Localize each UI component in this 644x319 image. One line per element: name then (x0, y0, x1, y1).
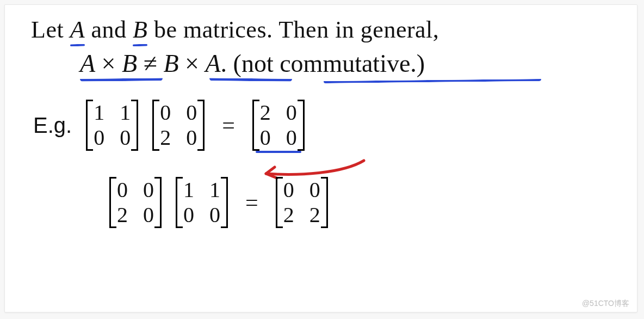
bracket-right (197, 100, 205, 151)
text: be matrices. Then in general, (147, 16, 439, 43)
note-not-commutative: (not commutative.) (233, 50, 425, 77)
swap-arrow-icon (255, 157, 369, 179)
cell: 0 (143, 179, 154, 201)
var-B: B (133, 16, 147, 43)
cell: 0 (160, 102, 171, 124)
times-symbol: × (179, 50, 206, 77)
matrix-A: 1 1 0 0 (86, 102, 138, 149)
bracket-left (252, 100, 259, 151)
expr-B: B (163, 50, 178, 77)
cell: 0 (286, 102, 297, 124)
matrix-result-1: 2 0 0 0 (252, 102, 305, 149)
cell: 1 (120, 102, 131, 124)
bracket-left (152, 100, 159, 151)
matrix-result-2: 0 0 2 2 (276, 179, 328, 226)
equals-sign: = (219, 112, 238, 138)
cell: 0 (120, 127, 131, 149)
statement-line-2: A × B ≠ B × A. (not commutative.) (80, 49, 425, 78)
var-A: A (70, 16, 85, 43)
underline-mark (133, 44, 147, 46)
text: Let (31, 16, 70, 43)
bracket-right (321, 177, 328, 228)
slide: Let A and B be matrices. Then in general… (4, 4, 637, 312)
expr-A: A (80, 50, 95, 77)
cell: 0 (286, 127, 297, 149)
cell: 0 (186, 102, 197, 124)
neq-symbol: ≠ (137, 50, 163, 77)
matrix-B: 0 0 2 0 (109, 179, 162, 226)
cell: 1 (94, 102, 104, 124)
underline-AB (80, 78, 163, 81)
underline-result (256, 151, 301, 153)
cell: 0 (183, 204, 194, 226)
underline-not-commutative (324, 79, 541, 83)
cell: 0 (209, 204, 220, 226)
period: . (221, 50, 233, 77)
cell: 1 (209, 179, 220, 201)
cell: 2 (309, 204, 320, 226)
cell: 0 (283, 179, 294, 201)
bracket-left (86, 100, 93, 151)
underline-mark (70, 44, 85, 46)
watermark: @51CTO博客 (582, 299, 629, 309)
cell: 2 (160, 127, 171, 149)
cell: 0 (143, 204, 154, 226)
cell: 0 (309, 179, 320, 201)
expr-A: A (205, 50, 220, 77)
matrix-A: 1 1 0 0 (176, 179, 228, 226)
bracket-right (154, 177, 162, 228)
cell: 0 (260, 127, 271, 149)
statement-line-1: Let A and B be matrices. Then in general… (31, 16, 617, 44)
example-row-1: E.g. 1 1 0 0 0 0 2 0 = 2 (33, 102, 617, 149)
bracket-right (221, 177, 228, 228)
example-row-2: 0 0 2 0 1 1 0 0 = 0 0 2 2 (109, 179, 617, 226)
bracket-right (131, 100, 138, 151)
bracket-right (298, 100, 305, 151)
cell: 2 (260, 102, 271, 124)
cell: 2 (117, 204, 128, 226)
cell: 2 (283, 204, 294, 226)
underline-BA (209, 78, 292, 81)
eg-label: E.g. (33, 113, 72, 138)
bracket-left (109, 177, 116, 228)
cell: 0 (94, 127, 104, 149)
equals-sign: = (242, 189, 262, 216)
cell: 1 (183, 179, 194, 201)
times-symbol: × (95, 50, 122, 77)
bracket-left (276, 177, 283, 228)
text: and (85, 16, 133, 43)
cell: 0 (186, 127, 197, 149)
expr-B: B (122, 50, 137, 77)
cell: 0 (117, 179, 128, 201)
matrix-B: 0 0 2 0 (152, 102, 205, 149)
bracket-left (176, 177, 183, 228)
